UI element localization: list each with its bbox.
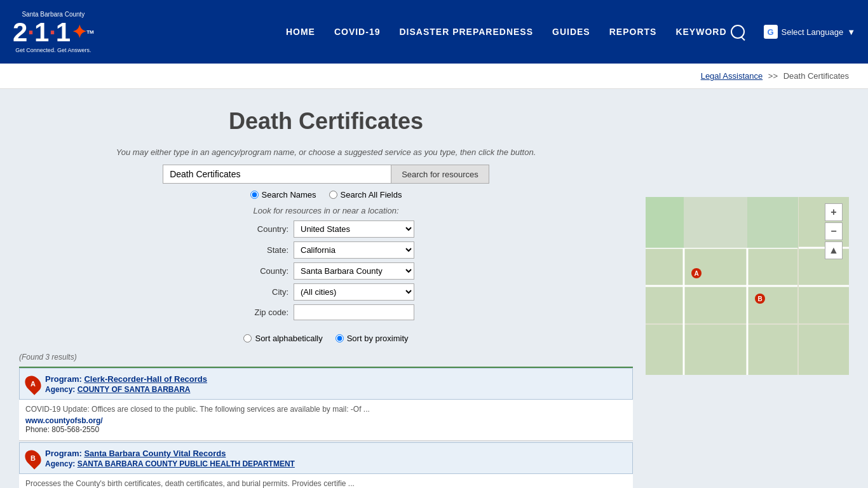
result-1-program-label: Program:: [45, 374, 84, 384]
zip-label: Zip code:: [238, 308, 288, 317]
result-1-link[interactable]: www.countyofsb.org/: [25, 416, 103, 425]
sort-alpha-label[interactable]: Sort alphabetically: [243, 334, 322, 343]
map-zoom-out[interactable]: −: [825, 222, 843, 240]
city-label: City:: [238, 287, 288, 297]
result-item-1: A Program: Clerk-Recorder-Hall of Record…: [19, 368, 633, 441]
nav-covid[interactable]: COVID-19: [334, 27, 381, 37]
state-label: State:: [238, 245, 288, 255]
logo-plus: ✦: [72, 24, 86, 41]
zip-input[interactable]: [294, 304, 414, 320]
result-body-1: COVID-19 Update: Offices are closed to t…: [19, 400, 633, 440]
result-2-program-row: Program: Santa Barbara County Vital Reco…: [45, 448, 626, 458]
state-select[interactable]: California: [294, 241, 414, 259]
search-row: Search for resources: [19, 165, 633, 184]
county-select[interactable]: Santa Barbara County: [294, 262, 414, 280]
location-section: Look for resources in or near a location…: [19, 206, 633, 324]
marker-a: A: [22, 372, 44, 395]
nav-guides[interactable]: GUIDES: [552, 27, 590, 37]
marker-a-letter: A: [31, 380, 36, 388]
lang-selector-label: Select Language: [782, 27, 844, 37]
radio-search-all[interactable]: Search All Fields: [329, 190, 402, 200]
county-row: County: Santa Barbara County: [238, 262, 414, 280]
result-info-2: Program: Santa Barbara County Vital Reco…: [45, 448, 626, 468]
county-label: County:: [238, 266, 288, 276]
svg-rect-9: [747, 197, 798, 248]
radio-search-names[interactable]: Search Names: [250, 190, 316, 200]
map-svg: A B: [646, 197, 849, 375]
svg-rect-7: [646, 197, 684, 248]
marker-b-letter: B: [31, 454, 36, 462]
nav-disaster[interactable]: DISASTER PREPAREDNESS: [399, 27, 533, 37]
result-1-program-row: Program: Clerk-Recorder-Hall of Records: [45, 374, 626, 384]
svg-rect-8: [684, 197, 747, 248]
country-select[interactable]: United States: [294, 220, 414, 238]
lang-dropdown-arrow[interactable]: ▼: [847, 27, 855, 37]
result-2-desc: Processes the County's birth certificate…: [25, 479, 627, 488]
page-title: Death Certificates: [19, 108, 633, 135]
zip-row: Zip code:: [238, 304, 414, 320]
result-2-program-name[interactable]: Santa Barbara County Vital Records: [84, 449, 226, 458]
nav-reports[interactable]: REPORTS: [609, 27, 657, 37]
sort-alpha-radio[interactable]: [243, 334, 252, 342]
sort-alpha-text: Sort alphabetically: [255, 334, 322, 343]
breadcrumb: Legal Assistance >> Death Certificates: [0, 64, 868, 89]
svg-text:B: B: [757, 295, 762, 302]
logo-num-1b: 1: [56, 19, 71, 46]
result-1-program-name[interactable]: Clerk-Recorder-Hall of Records: [84, 374, 207, 384]
map-zoom-in[interactable]: +: [825, 203, 843, 221]
logo-num-2: 2: [13, 19, 27, 46]
result-info-1: Program: Clerk-Recorder-Hall of Records …: [45, 374, 626, 394]
result-header-1[interactable]: A Program: Clerk-Recorder-Hall of Record…: [19, 368, 633, 400]
marker-b: B: [22, 447, 44, 469]
keyword-label: KEYWORD: [675, 27, 726, 37]
language-selector[interactable]: G Select Language ▼: [764, 25, 855, 39]
nav-home[interactable]: HOME: [286, 27, 315, 37]
results-count: (Found 3 results): [19, 353, 633, 362]
breadcrumb-current: Death Certificates: [783, 71, 849, 81]
city-row: City: (All cities): [238, 283, 414, 301]
country-label: Country:: [238, 224, 288, 234]
results-list: A Program: Clerk-Recorder-Hall of Record…: [19, 367, 633, 488]
logo-211: 2 · 1 · 1 ✦ TM: [13, 19, 94, 46]
result-1-desc: COVID-19 Update: Offices are closed to t…: [25, 405, 627, 414]
radio-all-label: Search All Fields: [341, 190, 402, 200]
svg-text:A: A: [694, 270, 698, 277]
map-reset[interactable]: ▲: [825, 241, 843, 259]
logo-area: Santa Barbara County 2 · 1 · 1 ✦ TM Get …: [13, 11, 94, 53]
map-container[interactable]: A B + − ▲: [646, 197, 849, 375]
radio-all-input[interactable]: [329, 191, 337, 199]
state-row: State: California: [238, 241, 414, 259]
sort-proximity-radio[interactable]: [336, 334, 344, 342]
result-header-2[interactable]: B Program: Santa Barbara County Vital Re…: [19, 442, 633, 474]
result-2-agency-name[interactable]: SANTA BARBARA COUNTY PUBLIC HEALTH DEPAR…: [78, 459, 295, 468]
result-1-phone: Phone: 805-568-2550: [25, 425, 627, 434]
left-panel: Death Certificates You may either type i…: [19, 102, 633, 488]
sort-row: Sort alphabetically Sort by proximity: [19, 334, 633, 343]
breadcrumb-separator: >>: [768, 71, 778, 81]
search-instruction: You may either type in an agency/program…: [19, 147, 633, 157]
logo-tagline: Get Connected. Get Answers.: [15, 47, 91, 53]
county-name: Santa Barbara County: [22, 11, 85, 18]
keyword-search-icon[interactable]: [731, 25, 745, 39]
result-1-agency-row: Agency: COUNTY OF SANTA BARBARA: [45, 384, 626, 394]
result-1-agency-name[interactable]: COUNTY OF SANTA BARBARA: [78, 385, 191, 394]
radio-names-input[interactable]: [250, 191, 259, 199]
map-panel: A B + − ▲: [646, 102, 849, 488]
result-1-agency-label: Agency:: [45, 385, 78, 394]
country-row: Country: United States: [238, 220, 414, 238]
search-type-radios: Search Names Search All Fields: [19, 190, 633, 200]
radio-names-label: Search Names: [262, 190, 316, 200]
search-input[interactable]: [163, 165, 391, 184]
result-item-2: B Program: Santa Barbara County Vital Re…: [19, 442, 633, 488]
keyword-search-area[interactable]: KEYWORD: [675, 25, 744, 39]
sort-proximity-label[interactable]: Sort by proximity: [336, 334, 409, 343]
search-button[interactable]: Search for resources: [391, 165, 489, 184]
logo-dot1: ·: [27, 20, 34, 44]
logo-dot2: ·: [49, 20, 56, 44]
city-select[interactable]: (All cities): [294, 283, 414, 301]
site-header: Santa Barbara County 2 · 1 · 1 ✦ TM Get …: [0, 0, 868, 64]
sort-proximity-text: Sort by proximity: [347, 334, 409, 343]
breadcrumb-link[interactable]: Legal Assistance: [701, 71, 763, 81]
logo-num-1a: 1: [34, 19, 49, 46]
result-2-agency-label: Agency:: [45, 459, 78, 468]
